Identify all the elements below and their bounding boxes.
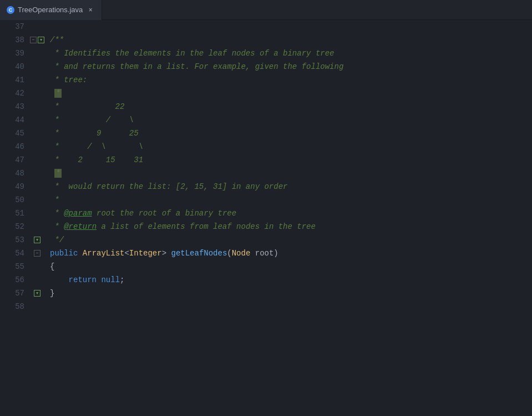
line-number-row: 44 — [0, 113, 29, 127]
line-number-row: 52 — [0, 220, 29, 233]
gutter-row: – — [29, 247, 45, 260]
fold-icon[interactable]: – — [34, 250, 40, 257]
code-line: * would return the list: [2, 15, 31] in … — [50, 180, 532, 193]
code-line — [50, 20, 532, 33]
code-content[interactable]: /** * Identifies the elements in the lea… — [45, 20, 532, 416]
line-number-row: 55 — [0, 260, 29, 273]
line-number-row: 57 — [0, 287, 29, 300]
line-number-row: 40 — [0, 60, 29, 73]
code-line: } — [50, 287, 532, 300]
code-line: * — [50, 167, 532, 180]
code-line: * 22 — [50, 100, 532, 113]
line-number-row: 42 — [0, 87, 29, 100]
gutter-row: – ▼ — [29, 33, 45, 47]
line-number-row: 38 — [0, 33, 29, 47]
line-number-row: 45 — [0, 127, 29, 140]
code-line: * Identifies the elements in the leaf no… — [50, 47, 532, 60]
gutter-row — [29, 220, 45, 233]
gutter-row — [29, 300, 45, 313]
line-number-row: 39 — [0, 47, 29, 60]
tab-file-icon: C — [7, 6, 14, 14]
code-line: * — [50, 193, 532, 207]
gutter-row — [29, 73, 45, 87]
gutter-row — [29, 153, 45, 167]
gutter-row — [29, 207, 45, 220]
gutter-row — [29, 113, 45, 127]
breakpoint-icon[interactable]: ▼ — [34, 237, 40, 243]
breakpoint-icon[interactable]: ▼ — [34, 290, 40, 297]
gutter-row — [29, 273, 45, 287]
code-line: public ArrayList<Integer> getLeafNodes(N… — [50, 247, 532, 260]
code-line: return null; — [50, 273, 532, 287]
tab-bar: C TreeOperations.java × — [0, 0, 532, 20]
line-number-row: 48 — [0, 167, 29, 180]
tab-filename: TreeOperations.java — [18, 6, 83, 14]
line-number-row: 50 — [0, 193, 29, 207]
gutter-row: ▼ — [29, 287, 45, 300]
code-line: * 9 25 — [50, 127, 532, 140]
code-line: /** — [50, 33, 532, 47]
gutter-row — [29, 100, 45, 113]
gutter-row — [29, 47, 45, 60]
code-line: * / \ \ — [50, 140, 532, 153]
fold-icon[interactable]: – — [30, 37, 37, 43]
breakpoint-icon[interactable]: ▼ — [38, 37, 44, 43]
line-number-row: 51 — [0, 207, 29, 220]
code-line: * and returns them in a list. For exampl… — [50, 60, 532, 73]
gutter-row — [29, 60, 45, 73]
gutter-row — [29, 127, 45, 140]
gutter-row — [29, 140, 45, 153]
line-number-row: 37 — [0, 20, 29, 33]
code-line: * / \ — [50, 113, 532, 127]
code-line: { — [50, 260, 532, 273]
editor-container: 37 38 39 40 41 42 43 44 45 46 47 48 49 5… — [0, 20, 532, 416]
tab-close-button[interactable]: × — [86, 6, 95, 14]
gutter-icons: – ▼ ▼ – ▼ — [29, 20, 45, 416]
line-numbers: 37 38 39 40 41 42 43 44 45 46 47 48 49 5… — [0, 20, 29, 416]
file-tab[interactable]: C TreeOperations.java × — [0, 0, 102, 20]
line-number-row: 46 — [0, 140, 29, 153]
line-number-row: 58 — [0, 300, 29, 313]
gutter-row — [29, 260, 45, 273]
gutter-row — [29, 167, 45, 180]
code-line: * 2 15 31 — [50, 153, 532, 167]
line-number-row: 54 — [0, 247, 29, 260]
line-number-row: 47 — [0, 153, 29, 167]
gutter-row: ▼ — [29, 233, 45, 247]
line-number-row: 41 — [0, 73, 29, 87]
line-number-row: 49 — [0, 180, 29, 193]
gutter-row — [29, 20, 45, 33]
code-line: * @param root the root of a binary tree — [50, 207, 532, 220]
line-number-row: 53 — [0, 233, 29, 247]
code-line — [50, 300, 532, 313]
line-number-row: 56 — [0, 273, 29, 287]
code-line: */ — [50, 233, 532, 247]
code-line: * tree: — [50, 73, 532, 87]
code-line: * — [50, 87, 532, 100]
gutter-row — [29, 87, 45, 100]
gutter-row — [29, 180, 45, 193]
gutter-row — [29, 193, 45, 207]
code-line: * @return a list of elements from leaf n… — [50, 220, 532, 233]
line-number-row: 43 — [0, 100, 29, 113]
